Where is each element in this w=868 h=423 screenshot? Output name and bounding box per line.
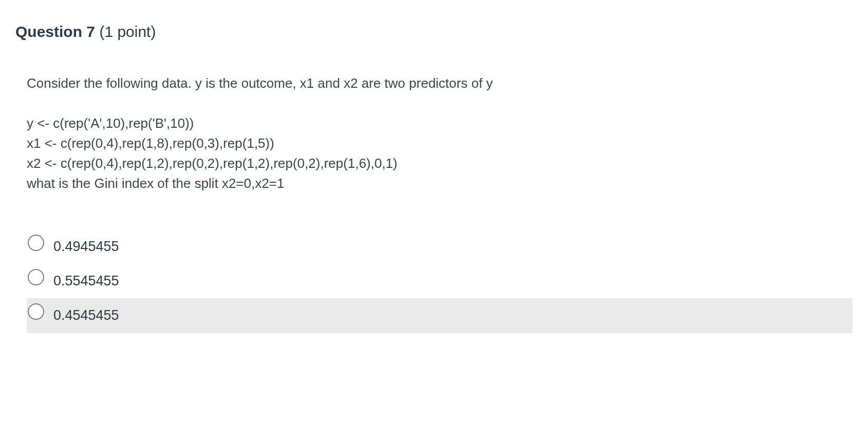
option-b[interactable]: 0.5545455 [27, 264, 853, 298]
question-label: Question [15, 23, 82, 40]
question-number: 7 [86, 23, 95, 40]
option-c-text: 0.4545455 [53, 305, 119, 325]
code-block: y <- c(rep('A',10),rep('B',10)) x1 <- c(… [27, 113, 853, 194]
code-line-1: y <- c(rep('A',10),rep('B',10)) [27, 113, 853, 133]
code-line-4: what is the Gini index of the split x2=0… [27, 174, 853, 194]
option-b-text: 0.5545455 [53, 271, 119, 291]
radio-icon[interactable] [28, 235, 44, 251]
answer-options: 0.4945455 0.5545455 0.4545455 [27, 229, 853, 333]
option-c[interactable]: 0.4545455 [27, 298, 853, 333]
option-a[interactable]: 0.4945455 [27, 229, 853, 264]
question-points: (1 point) [99, 23, 156, 40]
radio-icon[interactable] [28, 269, 44, 285]
code-line-3: x2 <- c(rep(0,4),rep(1,2),rep(0,2),rep(1… [27, 153, 853, 174]
question-body: Consider the following data. y is the ou… [15, 74, 853, 333]
question-header: Question 7 (1 point) [15, 21, 853, 43]
question-prompt: Consider the following data. y is the ou… [27, 74, 853, 93]
option-a-text: 0.4945455 [53, 237, 119, 257]
radio-icon[interactable] [28, 303, 44, 320]
code-line-2: x1 <- c(rep(0,4),rep(1,8),rep(0,3),rep(1… [27, 133, 853, 153]
